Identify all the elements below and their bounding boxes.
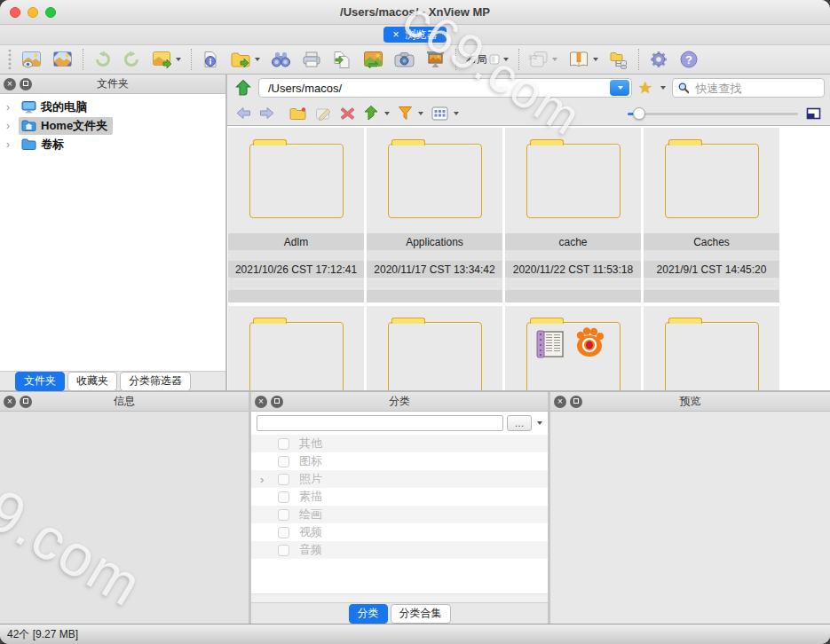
filter-button[interactable]	[398, 106, 423, 121]
float-panel-button[interactable]	[271, 396, 283, 408]
export-button[interactable]	[327, 47, 358, 72]
expand-icon[interactable]: ›	[6, 138, 19, 151]
close-panel-button[interactable]: ×	[4, 78, 16, 90]
view-image-button[interactable]	[16, 47, 47, 72]
chevron-down-icon[interactable]	[660, 86, 666, 90]
computer-icon	[21, 100, 36, 114]
category-filter-input[interactable]	[257, 415, 503, 431]
view-mode-button[interactable]	[431, 106, 459, 121]
float-panel-button[interactable]	[20, 396, 32, 408]
folder-tree-icon	[609, 51, 628, 69]
category-more-button[interactable]: …	[507, 415, 532, 431]
sort-button[interactable]	[363, 106, 390, 121]
delete-icon[interactable]	[340, 106, 355, 121]
tree-item-volumes[interactable]: › 卷标	[0, 135, 225, 153]
close-panel-button[interactable]: ×	[255, 396, 267, 408]
thumbnail-size-slider[interactable]	[628, 107, 798, 120]
file-item[interactable]	[505, 306, 641, 390]
expand-icon[interactable]: ›	[6, 120, 19, 132]
tab-folders[interactable]: 文件夹	[15, 372, 65, 391]
checkbox[interactable]	[278, 456, 289, 467]
pages-view-button[interactable]: 1-2	[524, 47, 563, 72]
file-name: Caches	[644, 233, 779, 250]
category-row-video[interactable]: 视频	[251, 523, 548, 541]
checkbox[interactable]	[278, 438, 289, 450]
float-panel-button[interactable]	[570, 396, 582, 408]
float-icon	[23, 81, 28, 86]
new-folder-icon[interactable]	[289, 106, 307, 121]
close-panel-button[interactable]: ×	[554, 396, 566, 408]
zoom-window-button[interactable]	[45, 7, 56, 18]
favorites-star-icon[interactable]: ★	[638, 80, 652, 96]
close-tab-icon[interactable]: ×	[392, 29, 399, 40]
folder-icon	[526, 144, 621, 218]
toolbar-separator	[518, 49, 519, 70]
layout-button[interactable]: 布局	[461, 47, 514, 72]
checkbox[interactable]	[278, 474, 289, 485]
titlebar: /Users/macos/ - XnView MP	[0, 0, 830, 25]
category-row-painting[interactable]: 绘画	[251, 506, 548, 523]
hierarchy-button[interactable]	[604, 47, 634, 72]
file-item[interactable]	[367, 306, 502, 390]
category-row-other[interactable]: 其他	[251, 435, 548, 452]
forward-icon[interactable]	[259, 106, 274, 120]
chevron-down-icon[interactable]	[537, 421, 542, 425]
tab-category-sets[interactable]: 分类合集	[391, 604, 451, 624]
minimize-window-button[interactable]	[28, 7, 38, 18]
slideshow-button[interactable]	[420, 47, 451, 72]
settings-button[interactable]	[644, 47, 674, 72]
rotate-left-button[interactable]	[88, 47, 117, 72]
info-button[interactable]	[196, 47, 225, 72]
compare-button[interactable]	[358, 47, 389, 72]
checkbox[interactable]	[278, 545, 289, 556]
toolbar-drag-handle[interactable]	[7, 50, 12, 69]
category-row-sketch[interactable]: 素描	[251, 488, 548, 506]
file-item-cache[interactable]: cache 2020/11/22 CST 11:53:18	[505, 128, 641, 302]
slider-knob[interactable]	[633, 107, 645, 120]
photo-convert-icon	[152, 51, 172, 68]
camera-icon	[394, 51, 415, 68]
tab-category[interactable]: 分类	[349, 604, 388, 624]
chevron-down-icon	[418, 112, 423, 115]
expand-icon[interactable]: ›	[6, 101, 19, 114]
close-window-button[interactable]	[10, 7, 20, 18]
slider-track[interactable]	[628, 113, 798, 115]
tab-category-filter[interactable]: 分类筛选器	[120, 372, 191, 391]
search-input[interactable]	[693, 81, 818, 96]
tree-item-home[interactable]: › Home文件夹	[0, 116, 225, 135]
book-view-button[interactable]	[563, 47, 604, 72]
category-row-audio[interactable]: 音频	[251, 541, 548, 559]
file-item[interactable]	[644, 306, 779, 390]
convert-button[interactable]	[146, 47, 186, 72]
float-panel-button[interactable]	[20, 78, 32, 90]
open-with-button[interactable]	[225, 47, 265, 72]
file-item[interactable]	[228, 306, 364, 390]
pip-view-icon[interactable]	[806, 106, 821, 121]
photo-fullscreen-icon	[52, 51, 73, 68]
checkbox[interactable]	[278, 527, 289, 538]
tree-item-computer[interactable]: › 我的电脑	[0, 98, 225, 116]
find-button[interactable]	[265, 47, 296, 72]
checkbox[interactable]	[278, 491, 289, 503]
back-icon[interactable]	[236, 106, 251, 120]
folder-up-icon[interactable]	[234, 79, 252, 97]
category-row-icons[interactable]: 图标	[251, 452, 548, 470]
checkbox[interactable]	[278, 509, 289, 521]
file-item-adlm[interactable]: Adlm 2021/10/26 CST 17:12:41	[228, 128, 364, 302]
file-item-applications[interactable]: Applications 2020/11/17 CST 13:34:42	[367, 128, 502, 302]
path-history-button[interactable]	[610, 80, 629, 96]
help-button[interactable]: ?	[674, 47, 704, 72]
edit-icon[interactable]	[315, 106, 332, 121]
print-button[interactable]	[296, 47, 327, 72]
fullscreen-button[interactable]	[47, 47, 78, 72]
tab-browser[interactable]: × 浏览器	[383, 27, 446, 43]
tab-favorites[interactable]: 收藏夹	[67, 372, 117, 391]
close-panel-button[interactable]: ×	[4, 396, 16, 408]
rotate-right-button[interactable]	[117, 47, 146, 72]
path-input[interactable]	[266, 81, 610, 96]
file-item-caches[interactable]: Caches 2021/9/1 CST 14:45:20	[644, 128, 779, 302]
folder-thumbnail	[228, 306, 364, 390]
expand-icon[interactable]: ›	[260, 473, 264, 486]
category-row-photos[interactable]: ›照片	[251, 470, 548, 488]
capture-button[interactable]	[389, 47, 420, 72]
